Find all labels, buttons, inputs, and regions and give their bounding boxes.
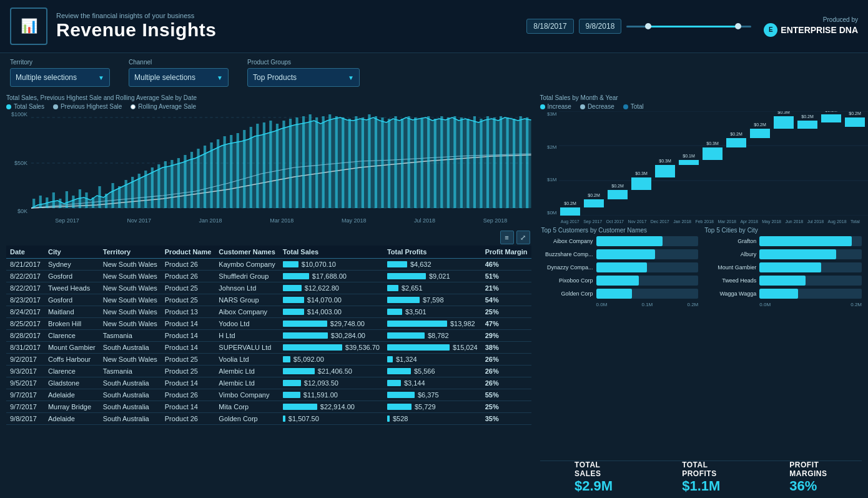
product-groups-select[interactable]: Top Products ▼ [247,68,360,87]
cell-profits: $3,501 [383,306,481,318]
col-customer[interactable]: Customer Names [215,246,279,259]
cell-city: Adelaide [44,413,99,425]
svg-rect-92 [774,116,794,129]
top-cities-title: Top 5 Cities by City [703,227,862,234]
cell-sales: $5,025.00 [279,425,383,427]
table-row[interactable]: 9/8/2017 Adelaide South Australia Produc… [6,413,531,425]
table-filter-btn[interactable]: ≡ [500,231,514,244]
cell-city: Maitland [44,306,99,318]
brand-name: ENTERPRISE DNA [781,25,858,35]
waterfall-legend: Increase Decrease Total [540,103,862,110]
table-row[interactable]: 8/24/2017 Maitland New South Wales Produ… [6,306,531,318]
cell-date: 8/22/2017 [6,282,44,294]
cell-sales: $21,406.50 [279,366,383,377]
cell-margin: 54% [481,294,531,306]
table-row[interactable]: 8/31/2017 Mount Gambier South Australia … [6,342,531,354]
table-wrapper[interactable]: Date City Territory Product Name Custome… [6,246,531,427]
svg-rect-93 [797,121,817,129]
line-chart-yaxis: $100K $50K $0K [6,111,30,214]
svg-rect-64 [434,119,436,208]
svg-text:$0.3M: $0.3M [635,171,648,176]
svg-rect-89 [703,147,723,160]
cell-city: Clarence [44,366,99,377]
svg-rect-10 [79,189,81,208]
svg-rect-15 [112,183,114,208]
customer-bar-track [596,276,699,286]
table-row[interactable]: 8/22/2017 Tweed Heads New South Wales Pr… [6,282,531,294]
svg-rect-95 [845,117,865,127]
table-row[interactable]: 9/7/2017 Murray Bridge South Australia P… [6,401,531,413]
line-chart-legend: Total Sales Previous Highest Sale Rollin… [6,103,531,110]
customers-xaxis: 0.0M 0.1M 0.2M [540,302,699,307]
customers-bars: Aibox Company Buzzshare Comp... Dynazzy … [540,236,699,299]
table-row[interactable]: 8/22/2017 Gosford New South Wales Produc… [6,271,531,282]
cell-territory: South Australia [99,389,161,401]
cell-sales: $29,748.00 [279,318,383,330]
cell-date: 9/7/2017 [6,389,44,401]
total-sales-value: $2.9M [575,478,613,494]
col-product[interactable]: Product Name [161,246,215,259]
table-row[interactable]: 9/2/2017 Coffs Harbour New South Wales P… [6,354,531,366]
svg-rect-94 [821,114,841,122]
table-expand-btn[interactable]: ⤢ [516,231,530,244]
channel-select[interactable]: Multiple selections ▼ [129,68,229,87]
customer-bar-row: Buzzshare Comp... [540,249,699,259]
line-chart-title: Total Sales, Previous Highest Sale and R… [6,94,531,101]
col-territory[interactable]: Territory [99,246,161,259]
cell-customer: Alembic Ltd [215,377,279,389]
cell-margin: 26% [481,366,531,377]
cities-bars: Grafton Albury Mount Gambier Tweed Heads… [703,236,862,299]
svg-rect-78 [526,117,528,208]
cell-product: Product 14 [161,377,215,389]
col-city[interactable]: City [44,246,99,259]
table-row[interactable]: 8/23/2017 Gosford New South Wales Produc… [6,294,531,306]
table-row[interactable]: 9/7/2017 Adelaide South Australia Produc… [6,389,531,401]
svg-rect-71 [480,119,482,208]
date-range-slider[interactable] [626,21,751,31]
cell-customer: Golden Corp [215,413,279,425]
edna-logo-icon: E [764,23,777,37]
svg-rect-56 [381,117,383,208]
svg-rect-77 [520,116,522,208]
table-row[interactable]: 8/25/2017 Broken Hill New South Wales Pr… [6,318,531,330]
col-date[interactable]: Date [6,246,44,259]
table-row[interactable]: 9/3/2017 Clarence Tasmania Product 25 Al… [6,366,531,377]
cell-product: Product 26 [161,259,215,271]
customer-bar-fill [596,249,656,259]
cell-profits: $1,324 [383,354,481,366]
table-row[interactable]: 8/28/2017 Clarence Tasmania Product 14 H… [6,330,531,342]
col-profits[interactable]: Total Profits [383,246,481,259]
city-bar-label: Tweed Heads [703,277,756,284]
svg-rect-7 [59,199,61,208]
date-end-badge[interactable]: 9/8/2018 [579,19,622,34]
table-row[interactable]: 9/18/2017 Sydney New South Wales Product… [6,425,531,427]
customer-bar-label: Dynazzy Compa... [540,264,593,271]
col-sales[interactable]: Total Sales [279,246,383,259]
summary-total-sales: TOTAL SALES $2.9M [575,461,613,494]
svg-rect-12 [92,197,94,208]
customer-bar-fill [596,289,632,299]
header-subtitle: Review the financial insights of your bu… [56,12,216,19]
svg-rect-60 [408,116,410,208]
filters-row: Territory Multiple selections ▼ Channel … [0,53,868,91]
data-table: Date City Territory Product Name Custome… [6,246,531,427]
cell-city: Sydney [44,425,99,427]
table-row[interactable]: 8/21/2017 Sydney New South Wales Product… [6,259,531,271]
cell-product: Product 26 [161,413,215,425]
territory-select[interactable]: Multiple selections ▼ [10,68,110,87]
cell-profits: $2,651 [383,282,481,294]
customer-bar-row: Aibox Company [540,236,699,246]
product-groups-filter: Product Groups Top Products ▼ [247,59,360,87]
cell-city: Tweed Heads [44,282,99,294]
cell-margin: 25% [481,306,531,318]
table-row[interactable]: 9/5/2017 Gladstone South Australia Produ… [6,377,531,389]
svg-text:$0.2M: $0.2M [849,111,861,116]
col-margin[interactable]: Profit Margin [481,246,531,259]
wf-legend-decrease: Decrease [580,103,614,110]
date-start-badge[interactable]: 8/18/2017 [526,19,573,34]
customer-bar-row: Pixoboo Corp [540,276,699,286]
svg-rect-32 [224,136,226,208]
svg-rect-68 [460,117,463,208]
header-text: Review the financial insights of your bu… [56,12,216,41]
cell-sales: $1,507.50 [279,413,383,425]
